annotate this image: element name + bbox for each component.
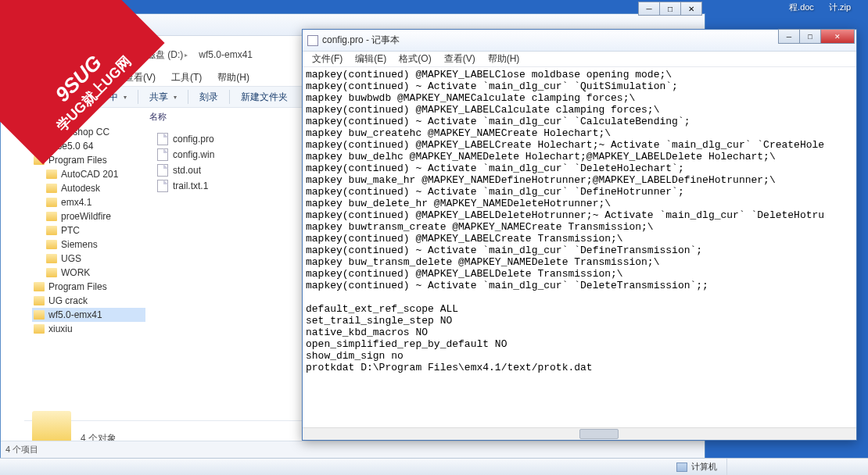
tree-item[interactable]: PTC xyxy=(32,223,145,238)
tree-item[interactable]: Autodesk xyxy=(32,181,145,195)
taskbar-item-computer[interactable]: 计算机 xyxy=(667,459,727,475)
tree-item[interactable]: emx4.1 xyxy=(32,195,145,209)
tree-label: wf5.0-emx41 xyxy=(48,309,102,320)
tree-label: Program Files xyxy=(48,155,107,166)
tree-label: Autodesk xyxy=(61,183,100,194)
notepad-textarea[interactable]: mapkey(continued) @MAPKEY_LABELClose mol… xyxy=(303,67,856,427)
menu-tools[interactable]: 工具(T) xyxy=(163,69,210,87)
folder-icon xyxy=(46,240,57,249)
tree-item[interactable]: proe5.0 64 xyxy=(32,139,145,153)
notepad-menu: 文件(F) 编辑(E) 格式(O) 查看(V) 帮助(H) xyxy=(303,52,856,67)
tree-item[interactable]: WORK xyxy=(32,266,145,280)
close-button[interactable]: ✕ xyxy=(680,2,702,16)
breadcrumb-item[interactable]: 本地磁盘 (D:) xyxy=(123,48,194,62)
tree-item[interactable]: UG crack xyxy=(32,294,145,308)
menu-help[interactable]: 帮助(H) xyxy=(482,51,526,67)
file-icon xyxy=(157,148,168,161)
tree-item[interactable]: xiuxiu xyxy=(32,322,145,336)
tree-label: xiuxiu xyxy=(48,323,73,334)
tree-label: Program Files xyxy=(48,281,107,292)
desktop-icons: 程.doc 计.zip xyxy=(787,0,852,15)
breadcrumb-item[interactable]: wf5.0-emx41 xyxy=(194,49,257,60)
tree-label: Siemens xyxy=(61,239,98,250)
menu-help[interactable]: 帮助(H) xyxy=(210,69,257,87)
file-item[interactable]: config.pro xyxy=(157,131,214,147)
desktop-file[interactable]: 程.doc xyxy=(787,0,816,15)
folder-icon xyxy=(34,310,45,320)
menu-file[interactable]: 文件(F) xyxy=(306,51,349,67)
folder-icon xyxy=(34,155,45,165)
tree-label: proeWildfire xyxy=(61,211,111,222)
folder-icon xyxy=(34,324,45,334)
file-item[interactable]: std.out xyxy=(157,162,214,178)
horizontal-scrollbar[interactable] xyxy=(303,427,856,440)
column-header-name[interactable]: 名称 xyxy=(149,111,167,123)
burn-button[interactable]: 刻录 xyxy=(192,88,226,107)
folder-icon xyxy=(46,268,57,277)
folder-icon xyxy=(46,254,57,263)
tree-label: UGS xyxy=(61,253,81,264)
desktop-file[interactable]: 计.zip xyxy=(827,0,852,15)
folder-icon xyxy=(34,282,45,291)
include-library-button[interactable]: 包含到库中 xyxy=(63,88,135,107)
file-icon xyxy=(157,133,168,145)
menu-view[interactable]: 查看(V) xyxy=(117,69,163,87)
maximize-button[interactable]: □ xyxy=(659,2,681,16)
new-folder-button[interactable]: 新建文件夹 xyxy=(233,88,296,107)
folder-icon xyxy=(46,212,57,221)
taskbar: 计算机 xyxy=(0,458,868,475)
file-list: config.proconfig.winstd.outtrail.txt.1 xyxy=(157,131,214,194)
tree-item[interactable]: wf5.0-emx41 xyxy=(32,308,145,322)
breadcrumb-item[interactable]: 计算机 xyxy=(79,48,123,62)
menu-edit[interactable]: 辑(E) xyxy=(79,69,117,87)
tree-label: Photoshop CC xyxy=(48,127,109,138)
notepad-title: config.pro - 记事本 xyxy=(322,34,400,47)
minimize-button[interactable]: ─ xyxy=(778,29,800,44)
tree-label: proe5.0 64 xyxy=(48,141,93,152)
file-item[interactable]: config.win xyxy=(157,147,214,162)
scroll-thumb[interactable] xyxy=(579,429,619,439)
file-name: std.out xyxy=(173,165,201,176)
close-button[interactable]: ✕ xyxy=(820,29,855,44)
minimize-button[interactable]: ─ xyxy=(638,2,660,16)
explorer-menu: 辑(E) 查看(V) 工具(T) 帮助(H) xyxy=(79,69,257,87)
menu-format[interactable]: 格式(O) xyxy=(393,51,437,67)
tree-item[interactable]: Program Files xyxy=(32,280,145,294)
folder-icon xyxy=(46,226,57,235)
tree-item[interactable]: proeWildfire xyxy=(32,209,145,223)
menu-edit[interactable]: 编辑(E) xyxy=(349,51,393,67)
folder-icon xyxy=(46,198,57,207)
maximize-button[interactable]: □ xyxy=(799,29,821,44)
menu-view[interactable]: 查看(V) xyxy=(438,51,482,67)
folder-icon xyxy=(34,296,45,305)
folder-icon xyxy=(46,170,57,179)
explorer-statusbar: 4 个项目 xyxy=(1,441,705,458)
tree-label: WORK xyxy=(61,267,90,278)
folder-icon xyxy=(34,127,45,137)
file-name: config.win xyxy=(173,149,214,160)
breadcrumb[interactable]: 计算机 本地磁盘 (D:) wf5.0-emx41 xyxy=(79,45,257,64)
computer-icon xyxy=(676,462,687,472)
tree-item[interactable]: moldflow xyxy=(32,111,145,125)
tree-label: AutoCAD 201 xyxy=(61,169,118,180)
file-item[interactable]: trail.txt.1 xyxy=(157,178,214,194)
tree-label: UG crack xyxy=(48,295,88,306)
folder-icon xyxy=(46,184,57,193)
share-button[interactable]: 共享 xyxy=(142,88,185,107)
tree-item[interactable]: AutoCAD 201 xyxy=(32,167,145,181)
folder-icon xyxy=(32,411,71,442)
notepad-icon xyxy=(307,35,318,46)
notepad-titlebar[interactable]: config.pro - 记事本 ─ □ ✕ xyxy=(303,30,856,52)
folder-tree: moldflowPhotoshop CCproe5.0 64Program Fi… xyxy=(32,111,145,336)
notepad-window: config.pro - 记事本 ─ □ ✕ 文件(F) 编辑(E) 格式(O)… xyxy=(302,29,857,441)
tree-label: moldflow xyxy=(48,112,85,123)
file-name: trail.txt.1 xyxy=(173,180,208,191)
tree-item[interactable]: Photoshop CC xyxy=(32,125,145,139)
folder-icon xyxy=(34,141,45,151)
tree-item[interactable]: Siemens xyxy=(32,238,145,252)
folder-icon xyxy=(34,113,45,123)
file-name: config.pro xyxy=(173,134,214,145)
tree-item[interactable]: Program Files xyxy=(32,153,145,167)
file-icon xyxy=(157,180,168,192)
tree-item[interactable]: UGS xyxy=(32,252,145,266)
